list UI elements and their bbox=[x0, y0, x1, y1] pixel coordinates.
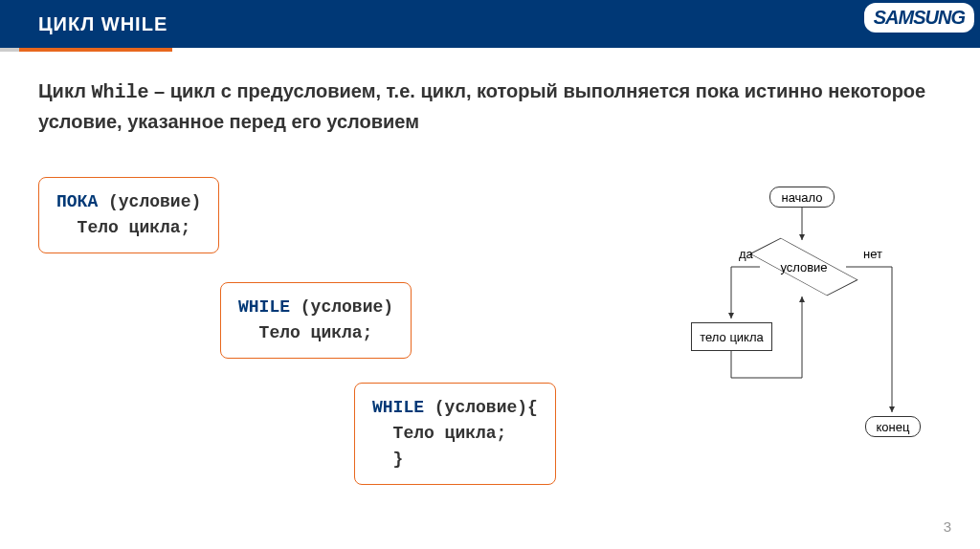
label-no: нет bbox=[863, 247, 882, 261]
desc-keyword: While bbox=[91, 81, 148, 103]
code-line-1: WHILE (условие) bbox=[238, 295, 393, 320]
code-line-1: ПОКА (условие) bbox=[56, 189, 201, 215]
code-line-2: Тело цикла; bbox=[238, 320, 393, 346]
brand-badge: SAMSUNG bbox=[864, 3, 974, 33]
diamond-label: условие bbox=[766, 244, 842, 290]
flowchart-diagram: начало условие да нет тело цикла конец bbox=[674, 187, 932, 445]
code-box-while-simple: WHILE (условие) Тело цикла; bbox=[220, 282, 412, 359]
cond: (условие) bbox=[98, 192, 201, 211]
slide-title: ЦИКЛ WHILE bbox=[0, 13, 167, 35]
cond: (условие) bbox=[290, 297, 393, 317]
flowchart-arrows bbox=[674, 187, 932, 445]
desc-rest: – цикл с предусловием, т.е. цикл, которы… bbox=[38, 80, 925, 132]
desc-prefix: Цикл bbox=[38, 80, 91, 101]
description-text: Цикл While – цикл с предусловием, т.е. ц… bbox=[38, 77, 942, 136]
flowchart-start: начало bbox=[769, 187, 835, 208]
slide-content: Цикл While – цикл с предусловием, т.е. ц… bbox=[0, 48, 980, 136]
flowchart-condition: условие bbox=[766, 244, 842, 290]
code-line-2: Тело цикла; bbox=[372, 421, 538, 447]
code-line-1: WHILE (условие){ bbox=[372, 395, 538, 421]
label-yes: да bbox=[739, 247, 753, 261]
code-line-3: } bbox=[372, 447, 538, 472]
kw: ПОКА bbox=[56, 192, 98, 211]
page-number: 3 bbox=[944, 518, 951, 535]
flowchart-body: тело цикла bbox=[691, 322, 772, 351]
cond: (условие){ bbox=[424, 398, 538, 417]
kw: WHILE bbox=[372, 398, 424, 417]
code-line-2: Тело цикла; bbox=[56, 215, 201, 241]
code-box-while-braces: WHILE (условие){ Тело цикла; } bbox=[354, 383, 556, 485]
slide-header: ЦИКЛ WHILE SAMSUNG bbox=[0, 0, 980, 48]
kw: WHILE bbox=[238, 297, 290, 317]
flowchart-end: конец bbox=[865, 416, 921, 437]
brand-text: SAMSUNG bbox=[874, 7, 965, 28]
code-box-poka: ПОКА (условие) Тело цикла; bbox=[38, 177, 219, 253]
